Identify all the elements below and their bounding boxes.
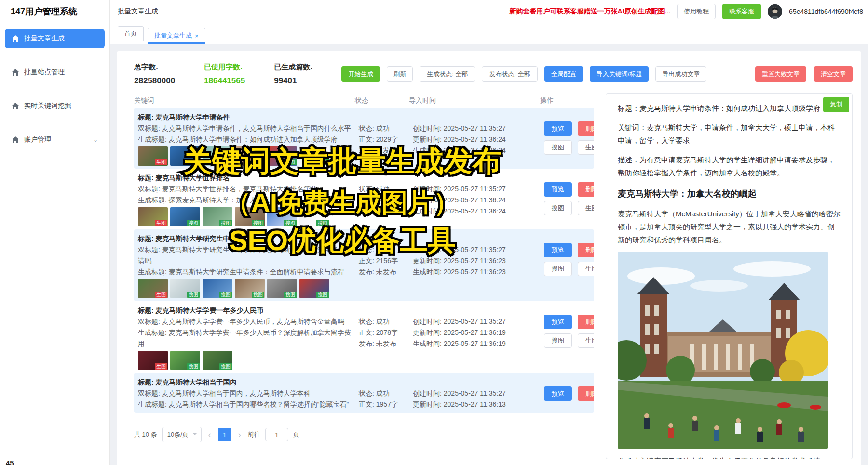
time-updated: 更新时间: 2025-05-27 11:36:23 [413, 255, 544, 266]
generation-status-filter[interactable]: 生成状态: 全部 [420, 66, 475, 82]
sidebar-item-realtime-keyword-mining[interactable]: 实时关键词挖掘 [5, 96, 105, 116]
thumbnail-image[interactable]: 搜图 [267, 146, 297, 166]
time-updated: 更新时间: 2025-05-27 11:36:24 [413, 134, 544, 145]
stat-value: 282580000 [134, 76, 175, 86]
reset-failed-button[interactable]: 重置失败文章 [755, 66, 806, 82]
global-config-button[interactable]: 全局配置 [544, 66, 583, 82]
next-page-button[interactable]: › [236, 430, 243, 440]
thumbnail-image[interactable]: 搜图 [203, 351, 232, 370]
search-image-badge: 搜图 [219, 159, 232, 165]
gen-image-badge: 生图 [155, 292, 167, 298]
close-icon[interactable]: × [195, 32, 199, 40]
thumbnail-image[interactable]: 搜图 [299, 146, 329, 166]
thumbnail-image[interactable]: 生图 [138, 207, 168, 226]
preview-paragraph: 麦克马斯特大学（McMasterUniversity）位于加拿大安大略省的哈密尔… [618, 207, 841, 246]
page-size-select[interactable]: 10条/页 [162, 427, 202, 442]
sidebar-item-batch-site-management[interactable]: 批量站点管理 [5, 63, 105, 82]
export-success-button[interactable]: 导出成功文章 [655, 66, 706, 82]
delete-button[interactable]: 删除 [578, 182, 594, 197]
promo-notice[interactable]: 新购套餐用户可联系客服赠送一万张AI原创生成配图... [509, 7, 670, 16]
stat-generated-articles: 已生成篇数: 99401 [274, 63, 312, 86]
clipped-corner-text: 45 [6, 459, 14, 465]
refresh-button[interactable]: 刷新 [387, 66, 413, 82]
search-image-badge: 搜图 [284, 220, 297, 226]
publish-status-filter[interactable]: 发布状态: 全部 [482, 66, 537, 82]
thumbnail-image[interactable]: 生图 [138, 351, 168, 370]
stat-label: 已使用字数: [204, 63, 245, 72]
delete-button[interactable]: 删除 [578, 315, 594, 329]
contact-support-button[interactable]: 联系客服 [722, 4, 761, 19]
tab-home[interactable]: 首页 [118, 26, 144, 41]
goto-page-input[interactable]: 1 [265, 428, 288, 441]
tutorial-button[interactable]: 使用教程 [677, 4, 716, 19]
delete-button[interactable]: 删除 [578, 386, 594, 401]
thumbnail-image[interactable]: 搜图 [299, 207, 329, 226]
thumbnail-image[interactable]: 搜图 [235, 146, 265, 166]
time-created: 创建时间: 2025-05-27 11:35:27 [413, 244, 544, 255]
search-image-button[interactable]: 搜图 [544, 333, 572, 348]
gen-image-badge: 生图 [155, 159, 167, 165]
thumbnail-image[interactable]: 搜图 [170, 146, 200, 166]
avatar[interactable] [768, 4, 782, 19]
preview-button[interactable]: 预览 [544, 315, 572, 329]
preview-button[interactable]: 预览 [544, 243, 572, 257]
page-number-button[interactable]: 1 [218, 428, 231, 441]
generate-image-button[interactable]: 生图 [578, 262, 594, 276]
search-image-button[interactable]: 搜图 [544, 140, 572, 155]
tab-bar: 首页 批量文章生成 × [110, 23, 868, 44]
thumbnail-image[interactable]: 搜图 [203, 146, 232, 166]
thumbnail-strip: 生图搜图搜图搜图搜图搜图 [138, 279, 355, 298]
search-image-badge: 搜图 [187, 220, 200, 226]
clear-articles-button[interactable]: 清空文章 [814, 66, 853, 82]
article-generated-title: 生成标题: 麦克马斯特大学学费一年多少人民币？深度解析加拿大留学费用 [138, 327, 355, 349]
article-title: 标题: 麦克马斯特大学申请条件 [138, 112, 355, 123]
article-title: 标题: 麦克马斯特大学相当于国内 [138, 377, 355, 388]
preview-button[interactable]: 预览 [544, 386, 572, 401]
sidebar-item-account-management[interactable]: 账户管理 ⌄ [5, 130, 105, 149]
sidebar-item-label: 账户管理 [24, 135, 51, 144]
thumbnail-image[interactable]: 搜图 [170, 207, 200, 226]
user-id[interactable]: 65e4811dfb644f690f4cf8 [789, 8, 863, 15]
thumbnail-image[interactable]: 搜图 [299, 279, 329, 298]
delete-button[interactable]: 删除 [578, 121, 594, 136]
search-image-badge: 搜图 [316, 220, 329, 226]
preview-button[interactable]: 预览 [544, 182, 572, 197]
start-generation-button[interactable]: 开始生成 [341, 66, 380, 82]
status-publish: 发布: 未发布 [359, 206, 413, 217]
search-image-button[interactable]: 搜图 [544, 201, 572, 215]
search-image-button[interactable]: 搜图 [544, 262, 572, 276]
sidebar-item-batch-article-generation[interactable]: 批量文章生成 [5, 29, 105, 48]
tab-batch-article-generation[interactable]: 批量文章生成 × [148, 28, 205, 44]
copy-button[interactable]: 复制 [823, 97, 849, 112]
preview-button[interactable]: 预览 [544, 121, 572, 136]
thumbnail-image[interactable]: 搜图 [203, 279, 232, 298]
stat-value: 186441565 [204, 76, 245, 86]
search-image-badge: 搜图 [284, 159, 297, 165]
search-image-badge: 搜图 [219, 220, 232, 226]
thumbnail-image[interactable]: 生图 [138, 279, 168, 298]
status-state: 状态: 成功 [359, 388, 413, 399]
search-image-badge: 搜图 [187, 159, 200, 165]
thumbnail-image[interactable]: 搜图 [203, 207, 232, 226]
top-header: 批量文章生成 新购套餐用户可联系客服赠送一万张AI原创生成配图... 使用教程 … [110, 0, 868, 23]
generate-image-button[interactable]: 生图 [578, 140, 594, 155]
thumbnail-strip: 生图搜图搜图 [138, 351, 355, 370]
thumbnail-image[interactable]: 搜图 [170, 351, 200, 370]
home-icon [12, 68, 19, 76]
thumbnail-image[interactable]: 生图 [138, 146, 168, 166]
campus-photo [618, 252, 828, 449]
thumbnail-image[interactable]: 搜图 [235, 279, 265, 298]
thumbnail-image[interactable]: 搜图 [170, 279, 200, 298]
generate-image-button[interactable]: 生图 [578, 333, 594, 348]
time-created: 创建时间: 2025-05-27 11:35:27 [413, 388, 544, 399]
generate-image-button[interactable]: 生图 [578, 201, 594, 215]
goto-label: 前往 [248, 430, 260, 439]
thumbnail-image[interactable]: 搜图 [267, 279, 297, 298]
thumbnail-image[interactable]: 搜图 [267, 207, 297, 226]
import-keywords-button[interactable]: 导入关键词/标题 [590, 66, 649, 82]
delete-button[interactable]: 删除 [578, 243, 594, 257]
prev-page-button[interactable]: ‹ [206, 430, 213, 440]
preview-heading: 麦克马斯特大学：加拿大名校的崛起 [618, 186, 841, 201]
thumbnail-image[interactable]: 搜图 [235, 207, 265, 226]
status-publish: 发布: 未发布 [359, 266, 413, 278]
